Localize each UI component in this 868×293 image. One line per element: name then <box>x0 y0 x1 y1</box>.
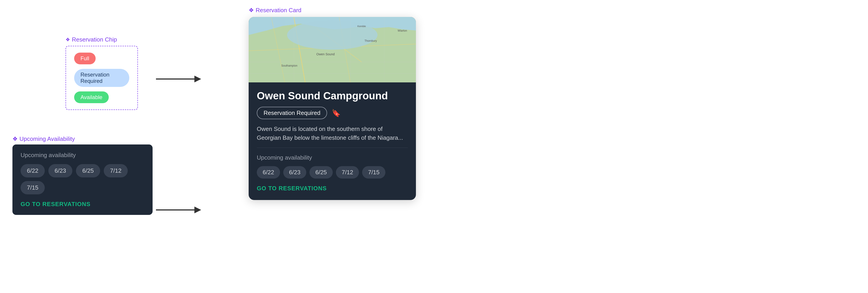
upcoming-box: Upcoming availability 6/22 6/23 6/25 7/1… <box>12 144 153 215</box>
chip-available[interactable]: Available <box>74 91 109 103</box>
arrow-chip-to-card <box>154 72 204 86</box>
svg-marker-1 <box>194 76 201 82</box>
card-date-chip-2[interactable]: 6/25 <box>309 166 333 179</box>
card-map: Owen Sound Thornbury Southampton Wiarton… <box>249 17 416 82</box>
svg-text:Thornbury: Thornbury <box>365 39 377 42</box>
card-description: Owen Sound is located on the southern sh… <box>257 124 408 142</box>
bookmark-icon[interactable]: 🔖 <box>332 109 341 117</box>
reservation-card: Owen Sound Thornbury Southampton Wiarton… <box>249 17 416 200</box>
arrow-upcoming-to-card <box>154 203 204 217</box>
upcoming-section-label: ❖ Upcoming Availability <box>12 136 75 142</box>
card-date-chip-3[interactable]: 7/12 <box>336 166 359 179</box>
upcoming-section: Upcoming availability 6/22 6/23 6/25 7/1… <box>12 144 153 215</box>
chip-section-label: ❖ Reservation Chip <box>66 36 138 43</box>
chip-full[interactable]: Full <box>74 52 96 64</box>
svg-marker-3 <box>194 207 201 213</box>
chip-reservation[interactable]: Reservation Required <box>74 69 129 87</box>
svg-text:Southampton: Southampton <box>281 64 297 67</box>
card-reservation-chip[interactable]: Reservation Required <box>257 107 327 119</box>
date-chip-3[interactable]: 7/12 <box>104 164 128 177</box>
card-date-chip-0[interactable]: 6/22 <box>257 166 280 179</box>
card-go-reservations-button[interactable]: GO TO RESERVATIONS <box>257 185 408 192</box>
card-divider <box>257 148 408 148</box>
date-chip-4[interactable]: 7/15 <box>21 181 45 194</box>
diamond-icon-upcoming: ❖ <box>12 136 18 142</box>
diamond-icon-card: ❖ <box>249 7 254 14</box>
campground-name: Owen Sound Campground <box>257 89 408 102</box>
go-reservations-button[interactable]: GO TO RESERVATIONS <box>21 201 145 208</box>
date-chip-2[interactable]: 6/25 <box>76 164 100 177</box>
chip-box: Full Reservation Required Available <box>66 46 138 110</box>
upcoming-title: Upcoming availability <box>21 152 145 159</box>
diamond-icon: ❖ <box>66 37 70 43</box>
card-section-label: ❖ Reservation Card <box>249 7 416 14</box>
chip-section: ❖ Reservation Chip Full Reservation Requ… <box>66 36 138 110</box>
date-chip-1[interactable]: 6/23 <box>49 164 72 177</box>
date-chip-0[interactable]: 6/22 <box>21 164 45 177</box>
card-chips-row: Reservation Required 🔖 <box>257 107 408 119</box>
card-date-chip-4[interactable]: 7/15 <box>362 166 385 179</box>
card-upcoming-title: Upcoming availability <box>257 154 408 161</box>
card-date-chip-1[interactable]: 6/23 <box>283 166 307 179</box>
svg-text:Kemble: Kemble <box>358 25 366 28</box>
card-content: Owen Sound Campground Reservation Requir… <box>249 82 416 200</box>
card-date-chips: 6/22 6/23 6/25 7/12 7/15 <box>257 166 408 179</box>
svg-text:Owen Sound: Owen Sound <box>316 52 335 56</box>
card-section: ❖ Reservation Card Owen Sound Thornbury <box>249 7 416 200</box>
date-chips-row: 6/22 6/23 6/25 7/12 7/15 <box>21 164 145 194</box>
svg-text:Wiarton: Wiarton <box>398 29 407 32</box>
